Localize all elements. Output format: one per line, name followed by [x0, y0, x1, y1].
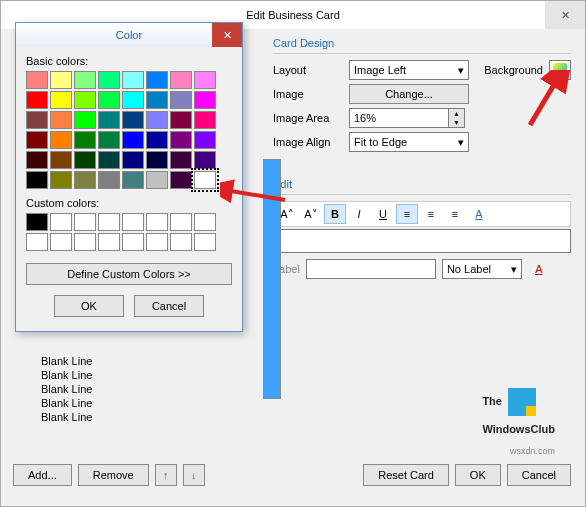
color-swatch[interactable]	[74, 151, 96, 169]
color-swatch[interactable]	[98, 131, 120, 149]
custom-color-swatch[interactable]	[50, 213, 72, 231]
color-swatch[interactable]	[74, 171, 96, 189]
color-swatch[interactable]	[74, 111, 96, 129]
label-input[interactable]	[306, 259, 436, 279]
color-cancel-button[interactable]: Cancel	[134, 295, 204, 317]
custom-color-swatch[interactable]	[170, 213, 192, 231]
custom-color-swatch[interactable]	[50, 233, 72, 251]
cancel-button[interactable]: Cancel	[507, 464, 571, 486]
move-up-button[interactable]: ↑	[155, 464, 177, 486]
font-color-button[interactable]: A	[468, 204, 490, 224]
close-icon[interactable]: ✕	[545, 1, 585, 29]
background-color-button[interactable]	[549, 60, 571, 80]
align-left-button[interactable]: ≡	[396, 204, 418, 224]
color-swatch[interactable]	[170, 71, 192, 89]
align-right-button[interactable]: ≡	[444, 204, 466, 224]
underline-button[interactable]: U	[372, 204, 394, 224]
image-area-input[interactable]	[349, 108, 449, 128]
color-swatch[interactable]	[122, 151, 144, 169]
color-swatch[interactable]	[170, 131, 192, 149]
color-swatch[interactable]	[50, 91, 72, 109]
list-item[interactable]: Blank Line	[41, 369, 92, 383]
custom-color-swatch[interactable]	[98, 213, 120, 231]
color-swatch[interactable]	[122, 171, 144, 189]
image-align-select[interactable]: Fit to Edge ▾	[349, 132, 469, 152]
color-swatch[interactable]	[122, 71, 144, 89]
color-swatch[interactable]	[170, 171, 192, 189]
color-swatch[interactable]	[50, 131, 72, 149]
color-swatch[interactable]	[98, 71, 120, 89]
color-swatch[interactable]	[194, 151, 216, 169]
color-swatch[interactable]	[26, 171, 48, 189]
list-item[interactable]: Blank Line	[41, 397, 92, 411]
color-swatch[interactable]	[122, 131, 144, 149]
custom-color-swatch[interactable]	[122, 233, 144, 251]
bold-button[interactable]: B	[324, 204, 346, 224]
move-down-button[interactable]: ↓	[183, 464, 205, 486]
label-color-button[interactable]: A	[528, 259, 550, 279]
color-swatch[interactable]	[194, 71, 216, 89]
color-swatch[interactable]	[26, 71, 48, 89]
custom-color-swatch[interactable]	[170, 233, 192, 251]
list-item[interactable]: Blank Line	[41, 383, 92, 397]
color-swatch[interactable]	[194, 111, 216, 129]
color-swatch[interactable]	[26, 111, 48, 129]
color-swatch[interactable]	[98, 91, 120, 109]
italic-button[interactable]: I	[348, 204, 370, 224]
color-swatch[interactable]	[194, 91, 216, 109]
color-swatch[interactable]	[50, 71, 72, 89]
color-swatch[interactable]	[74, 91, 96, 109]
custom-color-swatch[interactable]	[194, 213, 216, 231]
define-custom-colors-button[interactable]: Define Custom Colors >>	[26, 263, 232, 285]
list-item[interactable]: Blank Line	[41, 355, 92, 369]
color-swatch[interactable]	[98, 151, 120, 169]
layout-select[interactable]: Image Left ▾	[349, 60, 469, 80]
color-swatch[interactable]	[50, 111, 72, 129]
color-swatch[interactable]	[194, 131, 216, 149]
custom-color-swatch[interactable]	[26, 233, 48, 251]
list-item[interactable]: Blank Line	[41, 411, 92, 425]
spin-up-icon[interactable]: ▲	[449, 109, 464, 118]
no-label-select[interactable]: No Label ▾	[442, 259, 522, 279]
color-swatch[interactable]	[170, 111, 192, 129]
reset-card-button[interactable]: Reset Card	[363, 464, 449, 486]
color-swatch[interactable]	[146, 91, 168, 109]
spin-down-icon[interactable]: ▼	[449, 118, 464, 127]
ok-button[interactable]: OK	[455, 464, 501, 486]
color-swatch[interactable]	[74, 131, 96, 149]
custom-color-swatch[interactable]	[122, 213, 144, 231]
color-swatch[interactable]	[98, 111, 120, 129]
color-swatch[interactable]	[26, 91, 48, 109]
color-swatch[interactable]	[26, 151, 48, 169]
custom-color-swatch[interactable]	[74, 213, 96, 231]
custom-color-swatch[interactable]	[98, 233, 120, 251]
custom-color-swatch[interactable]	[146, 233, 168, 251]
color-swatch[interactable]	[146, 171, 168, 189]
image-area-spinner[interactable]: ▲▼	[349, 108, 465, 128]
custom-color-swatch[interactable]	[194, 233, 216, 251]
decrease-font-button[interactable]: A˅	[300, 204, 322, 224]
color-swatch[interactable]	[146, 111, 168, 129]
align-center-button[interactable]: ≡	[420, 204, 442, 224]
color-swatch[interactable]	[170, 151, 192, 169]
color-swatch[interactable]	[194, 171, 216, 189]
vertical-slider[interactable]	[263, 159, 281, 399]
color-swatch[interactable]	[74, 71, 96, 89]
color-swatch[interactable]	[122, 111, 144, 129]
custom-color-swatch[interactable]	[26, 213, 48, 231]
custom-color-swatch[interactable]	[74, 233, 96, 251]
change-image-button[interactable]: Change...	[349, 84, 469, 104]
color-swatch[interactable]	[50, 171, 72, 189]
color-ok-button[interactable]: OK	[54, 295, 124, 317]
color-swatch[interactable]	[170, 91, 192, 109]
color-swatch[interactable]	[98, 171, 120, 189]
color-swatch[interactable]	[146, 131, 168, 149]
add-button[interactable]: Add...	[13, 464, 72, 486]
color-swatch[interactable]	[26, 131, 48, 149]
color-swatch[interactable]	[146, 71, 168, 89]
remove-button[interactable]: Remove	[78, 464, 149, 486]
color-swatch[interactable]	[122, 91, 144, 109]
edit-text-input[interactable]	[273, 229, 571, 253]
color-swatch[interactable]	[146, 151, 168, 169]
custom-color-swatch[interactable]	[146, 213, 168, 231]
